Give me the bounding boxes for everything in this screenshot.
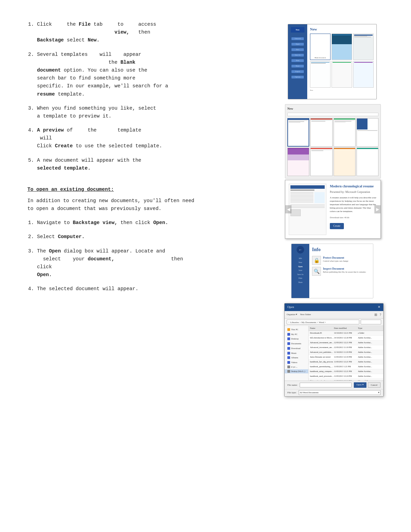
gallery-thumb-5 (287, 148, 309, 176)
modal-title: Modern chronological resume (330, 184, 377, 189)
info-main: Info 🔒 Protect Document Control what typ… (309, 244, 373, 298)
info-back-button[interactable]: ← (297, 246, 304, 253)
table-row[interactable]: Info.Introduction to Microsoft Office...… (309, 336, 383, 341)
dialog-view-icon[interactable]: ⊞ (374, 312, 377, 317)
table-row[interactable]: Jumo-filename are noted11/05/2013 12:19 … (309, 355, 383, 360)
gallery-thumb-6 (310, 148, 332, 176)
step-2: Several templates will appear the Blank … (37, 51, 195, 98)
sidebar-item-documents[interactable]: Documents (285, 341, 308, 346)
template-preview-modal: ◀ ▶ (285, 180, 381, 239)
step-1: Click the File tab to access view, then … (37, 21, 195, 45)
info-card-1-title: Protect Document (323, 256, 370, 260)
step-3: When you find something you like, select… (37, 104, 195, 120)
open-dialog-screenshot: Open ✕ Organize ▾ New folder ⊞ ? ↑ Libra… (284, 303, 384, 397)
sidebar-item-albums[interactable]: Albums (285, 355, 308, 360)
dialog-sidebar: This PC My PC Desktop Documents (285, 326, 309, 381)
open-step-4: The selected document will appear. (37, 285, 195, 293)
videos-icon (287, 361, 290, 364)
gallery-search-bar (287, 113, 378, 116)
dialog-path: ↑ Libraries > My Documents > Word > (287, 320, 359, 324)
table-row[interactable]: Downloads.8514/10/2013 12:21 PMa folder (309, 331, 383, 336)
table-row[interactable]: lfd-template_landing page.jph11/05/2013 … (309, 379, 383, 381)
modal-create-button[interactable]: Create (330, 223, 344, 229)
backstage-sidebar: New Unsaved Open Save Save As Print Shar… (288, 24, 307, 99)
my-pc-icon (287, 333, 290, 336)
table-row[interactable]: handbook_parentsharing_processing...11/0… (309, 364, 383, 369)
modal-download: Download size: 46 kb (330, 216, 377, 219)
dialog-toolbar: Organize ▾ New folder ⊞ ? (285, 311, 383, 319)
dialog-open-button[interactable]: Open ▾ (354, 382, 366, 388)
backstage-content: New Blank document (307, 24, 376, 99)
sidebar-item-desktop-win8[interactable]: Desktop (Win 8...) (285, 369, 308, 373)
dialog-file-list: Name Date modified Type Downloads.8514/1… (309, 326, 383, 381)
albums-icon (287, 356, 290, 359)
dialog-help-icon[interactable]: ? (380, 312, 381, 317)
table-row[interactable]: Advanced_investment_media-office...12/05… (309, 341, 383, 345)
info-nav-print: Print (293, 277, 308, 280)
modal-desc: A resume assumes it will help you descri… (330, 196, 377, 213)
dialog-close-button[interactable]: ✕ (378, 305, 381, 310)
filetype-select[interactable]: All Word Documents ▾ (299, 390, 381, 395)
info-card-1-desc: Control what types can change (323, 260, 370, 263)
step-4: A preview of the template will Click Cre… (37, 126, 195, 150)
info-nav-save: Save (293, 269, 308, 272)
table-row[interactable]: handbook_fact_dig_process11/05/2013 12:2… (309, 360, 383, 364)
info-nav-share: Share (293, 281, 308, 284)
table-row[interactable]: handbook_using_computer_managing...11/05… (309, 369, 383, 374)
gallery-thumb-4 (357, 118, 378, 147)
gallery-thumb-2 (310, 118, 332, 147)
table-row[interactable]: handbook_used_processing_document...11/0… (309, 374, 383, 379)
music-icon (287, 352, 290, 355)
dialog-cancel-button[interactable]: Cancel (368, 382, 381, 388)
gallery-thumb-3 (334, 118, 356, 147)
open-step-1: Navigate to Backstage view, then click O… (37, 219, 195, 227)
dialog-title: Open (287, 305, 294, 310)
dialog-organize-button[interactable]: Organize ▾ (287, 313, 297, 317)
open-step-2: Select Computer. (37, 233, 195, 241)
sidebar-item-download[interactable]: Download (285, 346, 308, 351)
dialog-titlebar: Open ✕ (285, 304, 383, 311)
modal-info: Modern chronological resume Presented by… (330, 184, 377, 235)
sidebar-item-drive[interactable]: d: pc-... (285, 365, 308, 369)
info-nav-open: Open (293, 265, 308, 268)
backstage-new-title: New (310, 26, 374, 32)
sidebar-item-this-pc[interactable]: This PC (285, 327, 308, 332)
gallery-title: New (287, 107, 378, 111)
info-nav-saveas: Save As (293, 273, 308, 276)
modal-presented: Presented by: Microsoft Corporation (330, 190, 377, 194)
sidebar-item-desktop[interactable]: Desktop (285, 336, 308, 341)
section2-header: To open an existing document: (27, 186, 195, 194)
open-step-3: The Open dialog box will appear. Locate … (37, 247, 195, 279)
filetype-dropdown-icon: ▾ (378, 390, 379, 395)
dialog-new-folder-button[interactable]: New folder (300, 313, 311, 317)
documents-icon (287, 342, 290, 345)
info-nav-info: Info (293, 257, 308, 260)
win8-desktop-icon (287, 370, 290, 373)
dialog-body: This PC My PC Desktop Documents (285, 326, 383, 381)
info-card-1: 🔒 Protect Document Control what types ca… (312, 256, 370, 265)
sidebar-item-videos[interactable]: Videos (285, 360, 308, 365)
backstage-new-screenshot: New Unsaved Open Save Save As Print Shar… (288, 24, 377, 99)
sidebar-item-music[interactable]: Music (285, 351, 308, 356)
table-row[interactable]: Advanced_text_publishing_Microsof...11/1… (309, 350, 383, 355)
gallery-thumb-7 (334, 148, 356, 176)
modal-nav-right[interactable]: ▶ (374, 205, 381, 213)
inspect-document-icon: 🔍 (312, 267, 321, 276)
dialog-file-header: Name Date modified Type (309, 326, 383, 331)
info-title: Info (312, 246, 370, 253)
info-card-2: 🔍 Inspect Document Before publishing thi… (312, 267, 370, 276)
gallery-thumb-8 (357, 148, 378, 176)
table-row[interactable]: Advanced_investment_mediathink2...12/05/… (309, 345, 383, 350)
desktop-icon (287, 337, 290, 340)
this-pc-icon (287, 328, 290, 331)
sidebar-item-my-pc[interactable]: My PC (285, 332, 308, 337)
gallery-thumb-1 (287, 118, 309, 147)
filename-input[interactable] (300, 383, 352, 387)
info-nav-new: New (293, 261, 308, 264)
template-gallery-screenshot: New (285, 104, 381, 178)
dialog-search[interactable] (361, 320, 381, 324)
info-card-2-text: Inspect Document Before publishing this … (323, 267, 370, 274)
filetype-label: File type: (287, 391, 297, 395)
modal-nav-left[interactable]: ◀ (285, 205, 291, 213)
filetype-value: All Word Documents (300, 390, 319, 395)
